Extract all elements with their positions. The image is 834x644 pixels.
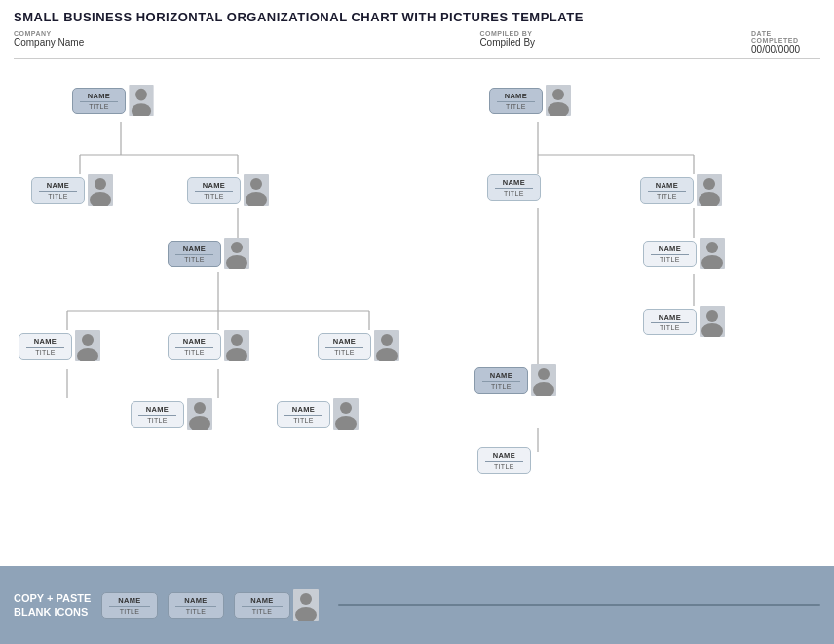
- left-root-box[interactable]: NAME TITLE: [72, 88, 126, 114]
- left-subroot-person-icon: [224, 238, 249, 269]
- bottom-bar: COPY + PASTE BLANK ICONS NAME TITLE NAME…: [0, 566, 834, 644]
- left-l3-right-node: NAME TITLE: [318, 330, 399, 361]
- bottom-title-2: TITLE: [175, 608, 216, 615]
- right-bottom-l1-title: TITLE: [482, 383, 520, 390]
- right-l4-box[interactable]: NAME TITLE: [643, 309, 697, 335]
- left-root-name: NAME: [80, 92, 118, 102]
- left-subroot-node: NAME TITLE: [168, 238, 249, 269]
- right-bottom-l2-name: NAME: [485, 451, 523, 462]
- left-l2-left-box[interactable]: NAME TITLE: [31, 177, 85, 204]
- left-org-chart: NAME TITLE NAME TITLE: [14, 67, 460, 593]
- left-l3-mid-title: TITLE: [175, 349, 213, 356]
- date-value: 00/00/0000: [751, 44, 820, 55]
- right-bottom-l2-box[interactable]: NAME TITLE: [477, 447, 531, 474]
- bottom-name-1: NAME: [109, 596, 150, 607]
- svg-point-49: [552, 89, 564, 100]
- left-l3-left-name: NAME: [26, 337, 64, 348]
- left-l2-left-name: NAME: [39, 181, 77, 192]
- right-l3-node: NAME TITLE: [643, 238, 725, 269]
- right-l3-name: NAME: [651, 245, 689, 255]
- bottom-node-1: NAME TITLE: [101, 592, 158, 619]
- left-l2-left-node: NAME TITLE: [31, 174, 113, 206]
- left-root-person-icon: [129, 85, 154, 116]
- left-l2-right-box[interactable]: NAME TITLE: [187, 177, 241, 204]
- left-l3-right-name: NAME: [325, 337, 363, 348]
- company-value: Company Name: [14, 37, 246, 48]
- left-l3-mid-person-icon: [224, 330, 249, 361]
- right-l2-left-box[interactable]: NAME TITLE: [487, 174, 541, 201]
- left-root-node: NAME TITLE: [72, 85, 154, 116]
- svg-point-34: [194, 402, 206, 414]
- right-bottom-l1-box[interactable]: NAME TITLE: [474, 367, 528, 394]
- svg-point-16: [95, 178, 106, 190]
- svg-point-52: [703, 178, 715, 190]
- left-subroot-box[interactable]: NAME TITLE: [168, 241, 221, 267]
- svg-point-61: [538, 368, 550, 380]
- right-l2-left-title: TITLE: [495, 190, 533, 197]
- right-l2-right-node: NAME TITLE: [640, 174, 722, 206]
- company-col: COMPANY Company Name: [14, 30, 246, 55]
- bottom-node-2: NAME TITLE: [168, 592, 224, 619]
- right-bottom-l1-node: NAME TITLE: [474, 364, 556, 396]
- left-l3-mid-box[interactable]: NAME TITLE: [168, 333, 221, 360]
- chart-area: NAME TITLE NAME TITLE: [14, 67, 820, 593]
- bottom-name-2: NAME: [175, 596, 216, 607]
- left-l4-left-node: NAME TITLE: [131, 398, 212, 430]
- right-root-person-icon: [546, 85, 571, 116]
- right-root-title: TITLE: [497, 103, 535, 110]
- compiled-value: Compiled By: [479, 37, 673, 48]
- left-l4-left-title: TITLE: [138, 417, 176, 424]
- right-l2-right-title: TITLE: [648, 193, 686, 200]
- left-l2-right-node: NAME TITLE: [187, 174, 269, 206]
- left-l4-left-box[interactable]: NAME TITLE: [131, 401, 184, 428]
- left-l3-right-person-icon: [374, 330, 399, 361]
- right-l3-person-icon: [700, 238, 725, 269]
- right-root-box[interactable]: NAME TITLE: [489, 88, 543, 114]
- copy-paste-label: COPY + PASTE BLANK ICONS: [14, 591, 92, 620]
- svg-point-13: [135, 89, 147, 101]
- page: SMALL BUSINESS HORIZONTAL ORGANIZATIONAL…: [0, 0, 834, 644]
- bottom-person-icon: [293, 589, 319, 621]
- left-l3-left-person-icon: [75, 330, 100, 361]
- compiled-label: COMPILED BY: [479, 30, 673, 37]
- compiled-col: COMPILED BY Compiled By: [479, 30, 673, 55]
- date-col: DATE COMPLETED 00/00/0000: [751, 30, 820, 55]
- date-label: DATE COMPLETED: [751, 30, 820, 44]
- left-l4-mid-person-icon: [333, 398, 359, 430]
- bottom-title-1: TITLE: [109, 608, 150, 615]
- bottom-title-3: TITLE: [242, 608, 283, 615]
- left-l2-right-person-icon: [244, 174, 269, 206]
- right-connectors: [460, 67, 820, 593]
- bottom-line: [338, 604, 820, 606]
- right-l4-node: NAME TITLE: [643, 306, 725, 337]
- left-l3-left-title: TITLE: [26, 349, 64, 356]
- right-l4-person-icon: [700, 306, 725, 337]
- right-l2-right-box[interactable]: NAME TITLE: [640, 177, 694, 204]
- left-l3-left-box[interactable]: NAME TITLE: [19, 333, 72, 360]
- left-l2-right-title: TITLE: [195, 193, 233, 200]
- right-org-chart: NAME TITLE NAME TITLE NAME: [460, 67, 820, 593]
- bottom-name-3: NAME: [242, 596, 283, 607]
- right-l2-right-name: NAME: [648, 181, 686, 192]
- right-l2-left-node: NAME TITLE: [487, 174, 541, 201]
- right-root-node: NAME TITLE: [489, 85, 571, 116]
- bottom-box-3[interactable]: NAME TITLE: [234, 592, 290, 619]
- left-l4-mid-title: TITLE: [284, 417, 322, 424]
- right-l3-title: TITLE: [651, 256, 689, 263]
- left-l3-right-box[interactable]: NAME TITLE: [318, 333, 371, 360]
- left-l4-mid-box[interactable]: NAME TITLE: [277, 401, 330, 428]
- right-l3-box[interactable]: NAME TITLE: [643, 241, 697, 267]
- left-l3-left-node: NAME TITLE: [19, 330, 100, 361]
- company-label: COMPANY: [14, 30, 246, 37]
- left-subroot-title: TITLE: [175, 256, 213, 263]
- left-subroot-name: NAME: [175, 245, 213, 255]
- right-bottom-l1-person-icon: [531, 364, 556, 396]
- right-l4-title: TITLE: [651, 324, 689, 331]
- right-l2-left-name: NAME: [495, 178, 533, 189]
- bottom-box-2[interactable]: NAME TITLE: [168, 592, 224, 619]
- svg-point-25: [82, 334, 94, 346]
- bottom-box-1[interactable]: NAME TITLE: [101, 592, 158, 619]
- page-title: SMALL BUSINESS HORIZONTAL ORGANIZATIONAL…: [14, 10, 820, 24]
- right-bottom-l2-title: TITLE: [485, 463, 523, 470]
- left-l3-right-title: TITLE: [325, 349, 363, 356]
